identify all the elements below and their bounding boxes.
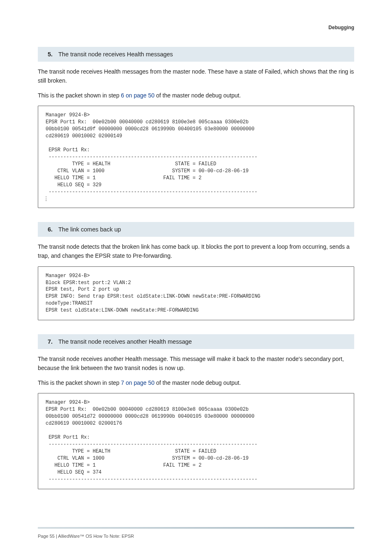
step-6-title: The link comes back up [58,225,349,234]
step-7-title: The transit node receives another Health… [58,338,349,346]
step-6-para-1: The transit node detects that the broken… [38,243,354,260]
step-5-para-2-prefix: This is the packet shown in step [38,92,121,99]
step-5-title: The transit node receives Health message… [58,50,349,58]
running-head: Debugging [38,25,354,30]
step-7-para-1: The transit node receives another Health… [38,355,354,372]
step-7-para-2: This is the packet shown in step 7 on pa… [38,379,354,388]
code-block-step6: Manager 9924-B> Block EPSR:test port:2 V… [38,266,354,321]
code-block-step7: Manager 9924-B> EPSR Port1 Rx: 00e02b00 … [38,393,354,489]
footer-text: Page 55 | AlliedWare™ OS How To Note: EP… [38,534,134,539]
step-5-row: 5. The transit node receives Health mess… [38,47,354,62]
footer-rule [38,527,354,529]
step-7-row: 7. The transit node receives another Hea… [38,334,354,349]
step-6-number: 6. [48,225,58,234]
cross-ref-step6[interactable]: 6 on page 50 [121,92,154,99]
code-block-step5-text: Manager 9924-B> EPSR Port1 Rx: 00e02b00 … [46,112,257,194]
vertical-ellipsis-icon: ●●● [46,196,346,202]
step-5-number: 5. [48,50,58,58]
step-7-para-2-suffix: of the master node debug output. [154,379,241,386]
step-6-row: 6. The link comes back up [38,222,354,237]
step-5-para-1: The transit node receives Health message… [38,67,354,85]
cross-ref-step7[interactable]: 7 on page 50 [121,379,154,386]
step-5-para-2: This is the packet shown in step 6 on pa… [38,91,354,100]
step-7-para-2-prefix: This is the packet shown in step [38,379,121,386]
step-5-para-2-suffix: of the master node debug output. [154,92,241,99]
code-block-step5: Manager 9924-B> EPSR Port1 Rx: 00e02b00 … [38,106,354,208]
step-7-number: 7. [48,338,58,346]
